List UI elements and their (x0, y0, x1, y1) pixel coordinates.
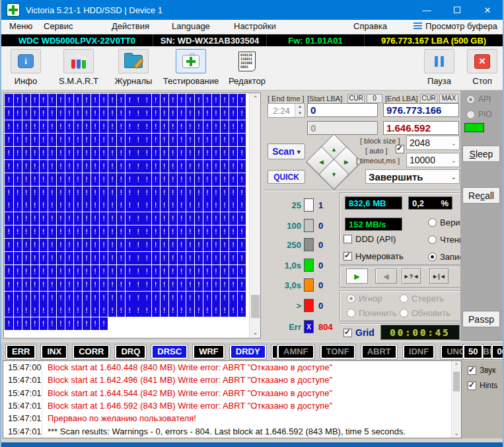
error-exclamation-icon: ! (137, 268, 139, 275)
error-exclamation-icon: ! (206, 163, 208, 170)
scan-block: ! (108, 186, 116, 199)
scroll-up-icon[interactable]: ⌃ (250, 93, 261, 104)
action-select[interactable]: Завершить⌄ (365, 169, 460, 184)
log-row[interactable]: 15:47:01 Block start at 1.644.544 (842 M… (3, 387, 461, 399)
sleep-button[interactable]: Sleep (462, 145, 500, 162)
grid-checkbox[interactable] (343, 329, 352, 337)
scan-block: ! (178, 147, 186, 159)
scan-button[interactable]: Scan (268, 143, 305, 159)
start-lba-zero-button[interactable]: 0 (367, 94, 382, 103)
log-row[interactable]: 15:47:01 Block start at 1.646.592 (843 M… (3, 399, 461, 412)
error-exclamation-icon: ! (206, 268, 208, 275)
scan-block: ! (238, 225, 246, 238)
grid-scrollbar[interactable]: ⌃ ⌄ (249, 93, 260, 338)
error-exclamation-icon: ! (180, 215, 182, 222)
error-exclamation-icon: ! (198, 123, 199, 130)
sound-checkbox-row[interactable]: Звук (468, 366, 496, 375)
error-exclamation-icon: ! (77, 294, 79, 302)
stop-button[interactable]: ✕ Стоп (464, 49, 501, 86)
log-scroll-thumb[interactable] (453, 372, 460, 391)
scan-block: ! (5, 265, 13, 278)
divider (42, 374, 42, 386)
ddd-api-checkbox-row[interactable]: DDD (API) (343, 234, 404, 244)
scan-block: ! (195, 304, 203, 317)
passp-button[interactable]: Passp (462, 311, 500, 327)
scan-block: ! (74, 173, 82, 186)
start-forward-button[interactable]: ► (346, 268, 368, 284)
scroll-down-icon[interactable]: ⌄ (452, 428, 461, 438)
scan-block: ! (74, 317, 82, 330)
menu-item[interactable]: Меню (9, 21, 32, 31)
menu-item[interactable]: Справка (353, 21, 387, 31)
error-exclamation-icon: ! (206, 202, 208, 209)
scan-block: ! (40, 304, 48, 317)
error-exclamation-icon: ! (68, 215, 70, 222)
error-exclamation-icon: ! (94, 281, 96, 288)
menu-item[interactable]: Сервис (44, 21, 73, 31)
block-size-select[interactable]: 2048⌄ (406, 136, 460, 150)
journals-button[interactable]: Журналы (110, 49, 157, 86)
api-radio[interactable]: API (466, 95, 491, 104)
log-scrollbar[interactable]: ⌃ ⌄ (451, 361, 461, 438)
menu-item[interactable]: Настройки (234, 21, 276, 31)
end-lba-max-button[interactable]: MAX (439, 94, 458, 103)
smart-button[interactable]: S.M.A.R.T (54, 49, 104, 86)
timeout-select[interactable]: 10000⌄ (406, 153, 460, 167)
error-exclamation-icon: ! (189, 97, 191, 104)
hints-checkbox-row[interactable]: Hints (468, 381, 497, 390)
error-exclamation-icon: ! (198, 136, 199, 143)
log-row[interactable]: 15:47:01 Block start at 1.642.496 (841 M… (3, 374, 461, 386)
error-exclamation-icon: ! (68, 123, 70, 130)
recall-button[interactable]: Recall (462, 187, 500, 204)
minimize-button[interactable]: — (412, 0, 442, 20)
grid-checkbox-row[interactable]: Grid (343, 327, 375, 338)
ddd-api-checkbox[interactable] (343, 235, 352, 243)
close-button[interactable]: ✕ (472, 0, 503, 20)
grid-scroll-thumb[interactable] (251, 295, 260, 318)
buffer-view-button[interactable]: Просмотр буфера (414, 21, 497, 31)
scan-block: ! (221, 134, 229, 146)
log-row[interactable]: 15:47:00 Block start at 1.640.448 (840 M… (3, 361, 461, 374)
error-exclamation-icon: ! (85, 136, 87, 143)
log-row[interactable]: 15:47:01 *** Scan results: Warnings - 0,… (3, 425, 461, 437)
scan-block: ! (48, 199, 56, 212)
start-lba-input[interactable]: 0 (307, 103, 378, 117)
end-lba-cur-button[interactable]: CUR (420, 94, 437, 103)
percent-unit: % (441, 198, 449, 208)
butterfly-seek-button[interactable]: ►|◄ (429, 268, 449, 284)
scan-block: ! (117, 107, 125, 120)
error-exclamation-icon: ! (85, 228, 87, 235)
scan-block: ! (83, 134, 90, 146)
quick-button[interactable]: QUICK (268, 170, 305, 184)
start-backward-button[interactable]: ◄ (375, 268, 397, 284)
log-row[interactable]: 15:47:01 Прервано по желанию пользовател… (3, 412, 461, 425)
pio-radio[interactable]: PIO (466, 110, 492, 119)
numerate-checkbox[interactable] (343, 252, 352, 261)
error-exclamation-icon: ! (112, 97, 114, 104)
scroll-down-icon[interactable]: ⌄ (250, 327, 261, 338)
random-seek-button[interactable]: ►?◄ (402, 268, 421, 284)
pause-button[interactable]: Пауза (420, 49, 458, 86)
editor-button[interactable]: 010110 110011 101000 0001 Редактор (225, 49, 269, 86)
menu-item[interactable]: Действия (112, 21, 149, 31)
maximize-button[interactable] (442, 0, 472, 20)
scan-block: ! (5, 120, 13, 133)
spinner-arrows-icon[interactable]: ▲▼ (295, 104, 305, 117)
scroll-up-icon[interactable]: ⌃ (452, 361, 461, 370)
auto-checkbox[interactable] (396, 145, 404, 153)
error-exclamation-icon: ! (103, 320, 105, 327)
stat-row: Err X 804 (264, 320, 338, 333)
end-lba-input[interactable]: 976.773.166 (383, 103, 459, 117)
error-exclamation-icon: ! (232, 281, 234, 288)
menu-item[interactable]: Language (172, 21, 210, 31)
numerate-checkbox-row[interactable]: Нумеровать (343, 251, 404, 261)
testing-button[interactable]: Тестирование (159, 49, 223, 86)
error-exclamation-icon: ! (206, 110, 208, 117)
info-button[interactable]: i Инфо (5, 49, 46, 86)
start-lba-cur-button[interactable]: CUR (347, 94, 365, 103)
scan-block: ! (161, 292, 168, 304)
hints-checkbox[interactable] (468, 382, 476, 390)
end-time-spinner[interactable]: 2:24 ▲▼ (268, 103, 305, 118)
error-exclamation-icon: ! (232, 202, 234, 209)
sound-checkbox[interactable] (468, 366, 476, 375)
